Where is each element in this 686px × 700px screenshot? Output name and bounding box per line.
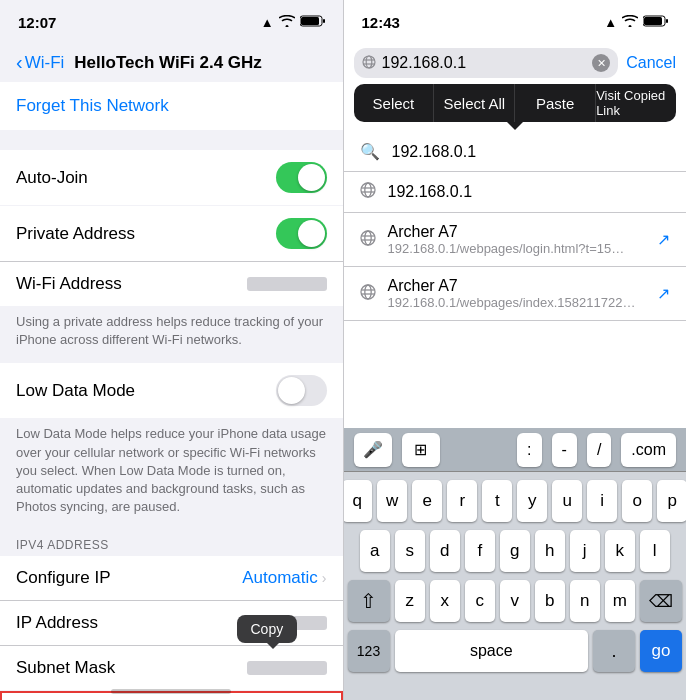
address-text[interactable]: 192.168.0.1 — [382, 54, 587, 72]
subnet-mask-row: Subnet Mask Copy — [0, 646, 343, 690]
wifi-address-row: Wi-Fi Address — [0, 262, 343, 306]
left-time: 12:07 — [18, 14, 56, 31]
grid-button[interactable]: ⊞ — [402, 433, 440, 467]
result-direct-label: 192.168.0.1 — [392, 143, 477, 161]
svg-point-18 — [361, 285, 375, 299]
keyboard: 🎤 ⊞ : - / .com q w e r t y u i o p a — [344, 428, 687, 700]
copy-tooltip: Copy — [237, 615, 298, 643]
configure-ip-row[interactable]: Configure IP Automatic › — [0, 556, 343, 601]
auto-join-label: Auto-Join — [16, 168, 88, 188]
result-subtitle-2: 192.168.0.1/webpages/login.html?t=15… — [388, 241, 646, 256]
key-go[interactable]: go — [640, 630, 682, 672]
wifi-icon — [279, 15, 295, 30]
address-bar[interactable]: 192.168.0.1 ✕ — [354, 48, 619, 78]
low-data-label: Low Data Mode — [16, 381, 135, 401]
configure-ip-value: Automatic — [242, 568, 318, 588]
search-result-3[interactable]: Archer A7 192.168.0.1/webpages/index.158… — [344, 267, 687, 321]
result-title-3: Archer A7 — [388, 277, 646, 295]
key-v[interactable]: v — [500, 580, 530, 622]
back-label[interactable]: Wi-Fi — [25, 53, 65, 73]
copy-tooltip-wrapper: Copy — [247, 661, 327, 675]
colon-button[interactable]: : — [517, 433, 541, 467]
forget-network-link[interactable]: Forget This Network — [16, 96, 169, 115]
key-q[interactable]: q — [344, 480, 373, 522]
private-address-group: Private Address Wi-Fi Address — [0, 206, 343, 306]
context-menu-paste[interactable]: Paste — [515, 84, 596, 122]
result-content-2: Archer A7 192.168.0.1/webpages/login.htm… — [388, 223, 646, 256]
private-address-toggle[interactable] — [276, 218, 327, 249]
context-menu-select-all[interactable]: Select All — [434, 84, 515, 122]
key-f[interactable]: f — [465, 530, 495, 572]
context-menu-arrow — [507, 122, 523, 130]
key-123[interactable]: 123 — [348, 630, 390, 672]
delete-key[interactable]: ⌫ — [640, 580, 682, 622]
key-e[interactable]: e — [412, 480, 442, 522]
globe-result-icon-3 — [360, 284, 376, 304]
low-data-toggle[interactable] — [276, 375, 327, 406]
result-arrow-2: ↗ — [657, 230, 670, 249]
left-status-icons: ▲ — [261, 15, 325, 30]
dotcom-button[interactable]: .com — [621, 433, 676, 467]
key-i[interactable]: i — [587, 480, 617, 522]
clear-button[interactable]: ✕ — [592, 54, 610, 72]
private-address-row: Private Address — [0, 206, 343, 262]
auto-join-toggle[interactable] — [276, 162, 327, 193]
right-wifi-icon — [622, 15, 638, 30]
copy-label: Copy — [251, 621, 284, 637]
low-data-row: Low Data Mode — [0, 363, 343, 418]
private-address-label: Private Address — [16, 224, 135, 244]
right-status-bar: 12:43 ▲ — [344, 0, 687, 44]
key-y[interactable]: y — [517, 480, 547, 522]
key-u[interactable]: u — [552, 480, 582, 522]
key-t[interactable]: t — [482, 480, 512, 522]
key-j[interactable]: j — [570, 530, 600, 572]
back-button[interactable]: ‹ Wi-Fi — [16, 52, 64, 74]
ipv4-header: IPV4 ADDRESS — [0, 530, 343, 556]
key-k[interactable]: k — [605, 530, 635, 572]
key-r[interactable]: r — [447, 480, 477, 522]
configure-ip-label: Configure IP — [16, 568, 111, 588]
key-z[interactable]: z — [395, 580, 425, 622]
key-c[interactable]: c — [465, 580, 495, 622]
mic-button[interactable]: 🎤 — [354, 433, 392, 467]
key-x[interactable]: x — [430, 580, 460, 622]
key-n[interactable]: n — [570, 580, 600, 622]
keyboard-rows: q w e r t y u i o p a s d f g h j k l — [344, 472, 687, 700]
low-data-group: Low Data Mode — [0, 363, 343, 418]
wifi-address-label: Wi-Fi Address — [16, 274, 122, 294]
key-a[interactable]: a — [360, 530, 390, 572]
result-content-3: Archer A7 192.168.0.1/webpages/index.158… — [388, 277, 646, 310]
key-m[interactable]: m — [605, 580, 635, 622]
right-battery-icon — [643, 15, 668, 30]
key-l[interactable]: l — [640, 530, 670, 572]
svg-point-19 — [364, 285, 370, 299]
key-p[interactable]: p — [657, 480, 686, 522]
forget-network-section: Forget This Network — [0, 82, 343, 130]
key-period[interactable]: . — [593, 630, 635, 672]
search-result-0[interactable]: 🔍 192.168.0.1 — [344, 132, 687, 172]
key-o[interactable]: o — [622, 480, 652, 522]
result-content-1: 192.168.0.1 — [388, 183, 671, 201]
slash-button[interactable]: / — [587, 433, 611, 467]
context-menu-visit[interactable]: Visit Copied Link — [596, 84, 676, 122]
svg-point-15 — [364, 231, 370, 245]
key-h[interactable]: h — [535, 530, 565, 572]
shift-key[interactable]: ⇧ — [348, 580, 390, 622]
svg-point-6 — [363, 56, 375, 68]
key-g[interactable]: g — [500, 530, 530, 572]
dash-button[interactable]: - — [552, 433, 577, 467]
right-panel: 12:43 ▲ 192.168.0.1 ✕ Cancel Select Sele… — [344, 0, 687, 700]
cancel-button[interactable]: Cancel — [626, 54, 676, 72]
result-subtitle-3: 192.168.0.1/webpages/index.158211722… — [388, 295, 646, 310]
search-result-1[interactable]: 192.168.0.1 — [344, 172, 687, 213]
context-menu-select[interactable]: Select — [354, 84, 435, 122]
key-s[interactable]: s — [395, 530, 425, 572]
search-result-2[interactable]: Archer A7 192.168.0.1/webpages/login.htm… — [344, 213, 687, 267]
low-data-description: Low Data Mode helps reduce your iPhone d… — [0, 419, 343, 530]
key-b[interactable]: b — [535, 580, 565, 622]
toggle-knob — [298, 164, 325, 191]
subnet-mask-label: Subnet Mask — [16, 658, 115, 678]
key-space[interactable]: space — [395, 630, 589, 672]
key-w[interactable]: w — [377, 480, 407, 522]
key-d[interactable]: d — [430, 530, 460, 572]
